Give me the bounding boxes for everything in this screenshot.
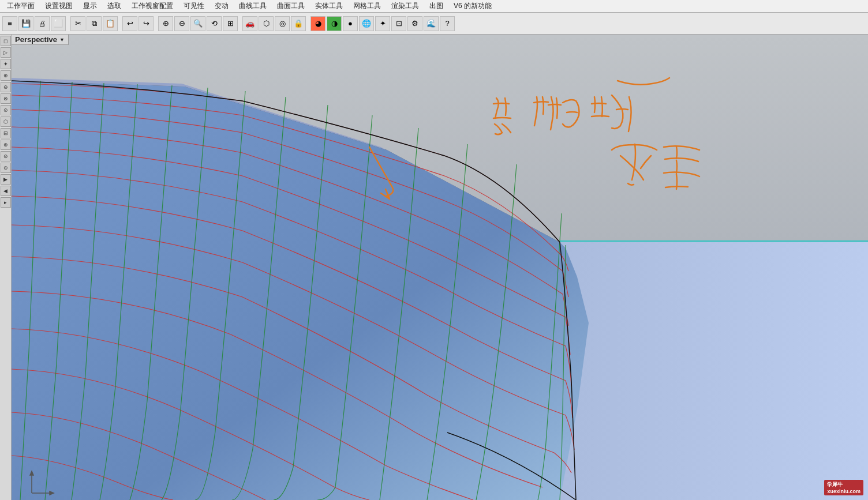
side-btn-2[interactable]: ✦	[1, 59, 11, 69]
viewport-label[interactable]: Perspective ▼	[12, 35, 69, 45]
tool-print[interactable]: 🖨	[35, 16, 50, 31]
menu-item-render-tools[interactable]: 渲染工具	[387, 0, 424, 12]
menu-item-transform[interactable]: 变动	[210, 0, 233, 12]
tool-mesh[interactable]: ⬡	[259, 16, 274, 31]
menu-item-surface-tools[interactable]: 曲面工具	[272, 0, 309, 12]
tool-zoom-ext[interactable]: ⟲	[207, 16, 222, 31]
3d-canvas	[12, 35, 868, 500]
side-btn-11[interactable]: ⊝	[1, 163, 11, 173]
tool-box[interactable]: ⬜	[51, 16, 66, 31]
tool-color1[interactable]: ◕	[310, 16, 326, 31]
menu-item-visibility[interactable]: 可见性	[179, 0, 209, 12]
menu-item-display[interactable]: 显示	[78, 0, 102, 12]
watermark-line1: 学犀牛	[827, 481, 860, 488]
tool-copy[interactable]: ⧉	[87, 16, 102, 31]
menu-item-solid-tools[interactable]: 实体工具	[310, 0, 347, 12]
side-btn-1[interactable]: ▷	[1, 47, 11, 58]
side-btn-5[interactable]: ⊗	[1, 93, 11, 104]
side-btn-12[interactable]: ▶	[1, 174, 11, 185]
tool-cut[interactable]: ✂	[70, 16, 85, 31]
side-btn-7[interactable]: ⬡	[1, 116, 11, 127]
tool-zoom-out[interactable]: ⊖	[174, 16, 189, 31]
menu-bar: 工作平面 设置视图 显示 选取 工作视窗配置 可见性 变动 曲线工具 曲面工具 …	[0, 0, 868, 13]
tool-circle[interactable]: ◎	[275, 16, 290, 31]
menu-item-setview[interactable]: 设置视图	[40, 0, 77, 12]
tool-sphere[interactable]: ●	[343, 16, 358, 31]
side-btn-9[interactable]: ⊛	[1, 140, 11, 150]
menu-item-curve-tools[interactable]: 曲线工具	[234, 0, 271, 12]
menu-item-viewport-config[interactable]: 工作视窗配置	[127, 0, 178, 12]
menu-item-select[interactable]: 选取	[103, 0, 126, 12]
menu-item-output[interactable]: 出图	[425, 0, 448, 12]
side-btn-8[interactable]: ⊟	[1, 128, 11, 138]
side-btn-13[interactable]: ◀	[1, 186, 11, 196]
side-btn-3[interactable]: ⊕	[1, 70, 11, 81]
tool-zoom-in[interactable]: ⊕	[158, 16, 173, 31]
viewport-dropdown-icon[interactable]: ▼	[59, 37, 65, 43]
tool-zoom-window[interactable]: 🔍	[190, 16, 205, 31]
tool-zoom-sel[interactable]: ⊞	[223, 16, 238, 31]
side-btn-14[interactable]: ▸	[1, 197, 11, 208]
side-btn-10[interactable]: ⊜	[1, 151, 11, 161]
tool-help[interactable]: ?	[440, 16, 455, 31]
watermark-line2: xuexiniu.com	[827, 488, 860, 494]
main-area: ◻ ▷ ✦ ⊕ ⊖ ⊗ ⊙ ⬡ ⊟ ⊛ ⊜ ⊝ ▶ ◀ ▸ Perspectiv…	[0, 35, 868, 500]
menu-item-v6-features[interactable]: V6 的新功能	[449, 0, 496, 12]
side-btn-6[interactable]: ⊙	[1, 105, 11, 115]
tool-settings[interactable]: ⚙	[407, 16, 422, 31]
svg-marker-1	[560, 242, 868, 500]
menu-item-mesh-tools[interactable]: 网格工具	[349, 0, 386, 12]
menu-item-workplane[interactable]: 工作平面	[2, 0, 39, 12]
tool-save[interactable]: 💾	[18, 16, 33, 31]
tool-menu[interactable]: ≡	[2, 16, 17, 31]
tool-undo[interactable]: ↩	[122, 16, 137, 31]
tool-ocean[interactable]: 🌊	[424, 16, 439, 31]
viewport-name: Perspective	[15, 35, 57, 44]
side-btn-4[interactable]: ⊖	[1, 82, 11, 92]
tool-star[interactable]: ✦	[375, 16, 390, 31]
tool-redo[interactable]: ↪	[139, 16, 154, 31]
watermark: 学犀牛 xuexiniu.com	[824, 480, 863, 495]
toolbar: ≡ 💾 🖨 ⬜ ✂ ⧉ 📋 ↩ ↪ ⊕ ⊖ 🔍 ⟲ ⊞ 🚗 ⬡ ◎ 🔒 ◕ ◑ …	[0, 13, 868, 35]
tool-globe[interactable]: 🌐	[359, 16, 374, 31]
tool-lock[interactable]: 🔒	[291, 16, 306, 31]
tool-car[interactable]: 🚗	[242, 16, 257, 31]
viewport[interactable]: Perspective ▼	[12, 35, 868, 500]
tool-box2[interactable]: ⊡	[391, 16, 406, 31]
side-btn-0[interactable]: ◻	[1, 36, 11, 46]
tool-paste[interactable]: 📋	[103, 16, 118, 31]
tool-color2[interactable]: ◑	[327, 16, 342, 31]
side-toolbar: ◻ ▷ ✦ ⊕ ⊖ ⊗ ⊙ ⬡ ⊟ ⊛ ⊜ ⊝ ▶ ◀ ▸	[0, 35, 12, 500]
